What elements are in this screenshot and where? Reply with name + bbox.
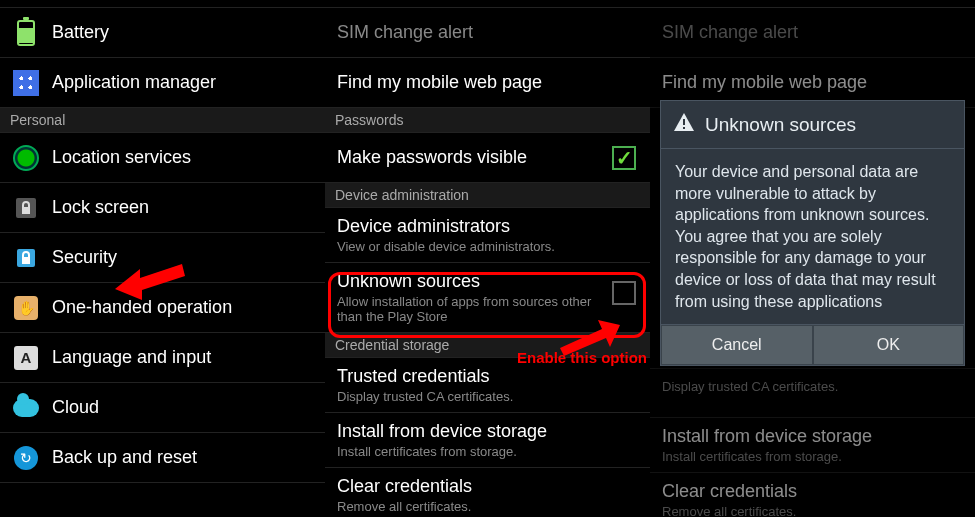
warning-icon	[673, 111, 695, 138]
label: SIM change alert	[662, 22, 798, 43]
settings-item-backup[interactable]: ↻ Back up and reset	[0, 433, 325, 483]
svg-rect-8	[683, 127, 685, 129]
ok-button[interactable]: OK	[813, 325, 965, 365]
security-icon	[12, 244, 40, 272]
item-make-passwords-visible[interactable]: Make passwords visible	[325, 133, 650, 183]
screen-unknown-sources-dialog: SIM change alert Find my mobile web page…	[650, 0, 975, 517]
location-icon	[12, 144, 40, 172]
dimmed-item-sim-alert: SIM change alert	[650, 8, 975, 58]
one-handed-icon: ✋	[12, 294, 40, 322]
label: Make passwords visible	[337, 147, 527, 168]
screen-security-settings: SIM change alert Find my mobile web page…	[325, 0, 650, 517]
dialog-title: Unknown sources	[661, 101, 964, 149]
settings-item-battery[interactable]: Battery	[0, 8, 325, 58]
label: Install from device storage	[662, 426, 872, 447]
label: SIM change alert	[337, 22, 473, 43]
sublabel: Display trusted CA certificates.	[662, 379, 838, 394]
label: Back up and reset	[52, 447, 197, 468]
item-find-my-mobile[interactable]: Find my mobile web page	[325, 58, 650, 108]
item-clear-credentials[interactable]: Clear credentials Remove all certificate…	[325, 468, 650, 517]
label: Location services	[52, 147, 191, 168]
settings-item-cloud[interactable]: Cloud	[0, 383, 325, 433]
settings-item-one-handed[interactable]: ✋ One-handed operation	[0, 283, 325, 333]
settings-item-security[interactable]: Security	[0, 233, 325, 283]
settings-item-lock-screen[interactable]: Lock screen	[0, 183, 325, 233]
sublabel: Install certificates from storage.	[662, 449, 842, 464]
label: Language and input	[52, 347, 211, 368]
label: Find my mobile web page	[337, 72, 542, 93]
dialog-title-text: Unknown sources	[705, 114, 856, 136]
lock-screen-icon	[12, 194, 40, 222]
section-personal: Personal	[0, 108, 325, 133]
item-sim-change-alert[interactable]: SIM change alert	[325, 8, 650, 58]
dialog-unknown-sources: Unknown sources Your device and personal…	[660, 100, 965, 366]
app-manager-icon	[12, 69, 40, 97]
dimmed-item-trusted-creds: Display trusted CA certificates.	[650, 368, 975, 418]
section-passwords: Passwords	[325, 108, 650, 133]
item-unknown-sources[interactable]: Unknown sources Allow installation of ap…	[325, 263, 650, 333]
language-icon: A	[12, 344, 40, 372]
settings-item-location[interactable]: Location services	[0, 133, 325, 183]
label: Lock screen	[52, 197, 149, 218]
label: Cloud	[52, 397, 99, 418]
dimmed-item-install-storage: Install from device storage Install cert…	[650, 418, 975, 473]
settings-item-app-manager[interactable]: Application manager	[0, 58, 325, 108]
sublabel: Allow installation of apps from sources …	[337, 294, 602, 324]
label: Device administrators	[337, 216, 510, 237]
svg-rect-3	[22, 257, 30, 264]
label: Application manager	[52, 72, 216, 93]
label: Unknown sources	[337, 271, 480, 292]
item-install-from-storage[interactable]: Install from device storage Install cert…	[325, 413, 650, 468]
label: Find my mobile web page	[662, 72, 867, 93]
section-credential-storage: Credential storage	[325, 333, 650, 358]
label: One-handed operation	[52, 297, 232, 318]
backup-icon: ↻	[12, 444, 40, 472]
cancel-button[interactable]: Cancel	[661, 325, 813, 365]
svg-rect-7	[683, 119, 685, 125]
sublabel: View or disable device administrators.	[337, 239, 555, 254]
checkbox-passwords-visible[interactable]	[612, 146, 636, 170]
label: Security	[52, 247, 117, 268]
sublabel: Remove all certificates.	[662, 504, 796, 517]
label: Trusted credentials	[337, 366, 489, 387]
cloud-icon	[12, 394, 40, 422]
dimmed-item-clear-creds: Clear credentials Remove all certificate…	[650, 473, 975, 517]
label: Clear credentials	[662, 481, 797, 502]
battery-icon	[12, 19, 40, 47]
checkbox-unknown-sources[interactable]	[612, 281, 636, 305]
sublabel: Install certificates from storage.	[337, 444, 517, 459]
label: Clear credentials	[337, 476, 472, 497]
settings-item-language[interactable]: A Language and input	[0, 333, 325, 383]
label: Install from device storage	[337, 421, 547, 442]
dialog-body: Your device and personal data are more v…	[661, 149, 964, 324]
sublabel: Display trusted CA certificates.	[337, 389, 513, 404]
section-device-admin: Device administration	[325, 183, 650, 208]
item-trusted-credentials[interactable]: Trusted credentials Display trusted CA c…	[325, 358, 650, 413]
item-device-administrators[interactable]: Device administrators View or disable de…	[325, 208, 650, 263]
svg-rect-1	[22, 207, 30, 214]
label: Battery	[52, 22, 109, 43]
sublabel: Remove all certificates.	[337, 499, 471, 514]
screen-settings-list: Battery Application manager Personal Loc…	[0, 0, 325, 517]
